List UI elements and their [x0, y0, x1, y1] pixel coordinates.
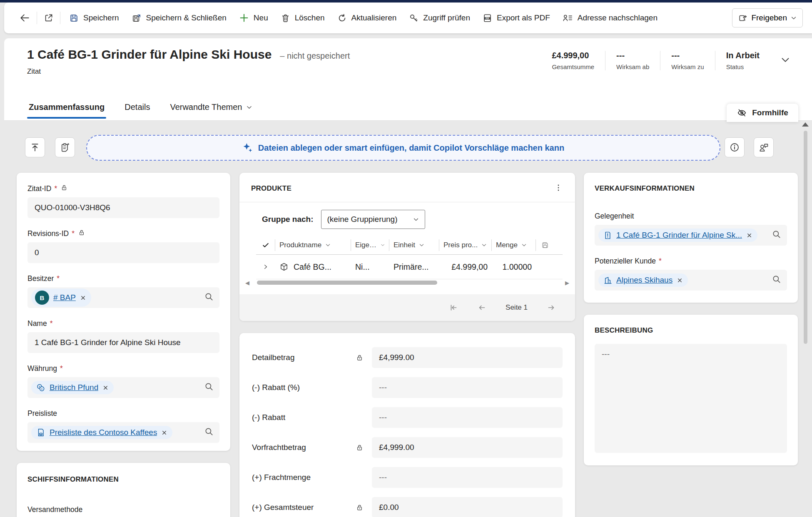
- scroll-right-arrow-icon[interactable]: ▶: [565, 280, 569, 286]
- scroll-up-arrow-icon[interactable]: [802, 122, 809, 127]
- gesamtsteuer-input[interactable]: £0.00: [372, 497, 563, 517]
- check-access-button[interactable]: Zugriff prüfen: [403, 8, 476, 28]
- column-header-einheit[interactable]: Einheit: [389, 239, 439, 251]
- remove-kunde-icon[interactable]: [677, 277, 683, 283]
- pricelist-doc-icon: [36, 428, 45, 437]
- export-pdf-label: Export als PDF: [497, 13, 550, 22]
- stat-effective-from-value: ---: [616, 51, 649, 60]
- stat-effective-from-label: Wirksam ab: [616, 63, 649, 70]
- search-icon[interactable]: [204, 427, 214, 438]
- zitat-id-input[interactable]: QUO-01000-V3H8Q6: [27, 197, 219, 218]
- waehrung-lookup[interactable]: $£ Britisch Pfund: [27, 377, 219, 398]
- preisliste-lookup[interactable]: Preisliste des Contoso Kaffees: [27, 422, 219, 443]
- header-expand-chevron-icon[interactable]: [780, 55, 790, 67]
- refresh-icon: [337, 13, 347, 23]
- scrollbar-thumb[interactable]: [804, 131, 807, 344]
- page-scrollbar[interactable]: [802, 122, 809, 517]
- stat-total-value: £4.999,00: [552, 51, 594, 60]
- stat-effective-from: --- Wirksam ab: [605, 51, 660, 70]
- feedback-button[interactable]: [754, 137, 774, 157]
- stat-total: £4.999,00 Gesamtsumme: [541, 51, 605, 70]
- more-commands-icon[interactable]: [554, 184, 563, 194]
- detailbetrag-value: £4,999.00: [379, 353, 414, 362]
- stat-total-label: Gesamtsumme: [552, 63, 594, 70]
- toolbar-divider: [37, 12, 37, 24]
- besitzer-lookup[interactable]: B # BAP: [27, 287, 219, 308]
- back-button[interactable]: [15, 8, 34, 28]
- column-header-eigenschaften[interactable]: Eigens...: [351, 239, 389, 251]
- info-button[interactable]: [725, 137, 745, 157]
- check-access-label: Zugriff prüfen: [423, 13, 470, 22]
- column-label: Eigens...: [355, 241, 377, 249]
- field-besitzer: Besitzer * B # BAP: [27, 274, 219, 308]
- tab-details[interactable]: Details: [123, 102, 152, 120]
- remove-waehrung-icon[interactable]: [102, 385, 109, 391]
- copilot-dropzone[interactable]: Dateien ablegen oder smart einfügen, dam…: [86, 135, 720, 161]
- save-and-close-button[interactable]: Speichern & Schließen: [125, 8, 233, 28]
- tab-zusammenfassung[interactable]: Zusammenfassung: [27, 102, 106, 120]
- waehrung-link[interactable]: Britisch Pfund: [50, 383, 98, 392]
- frachtmenge-input[interactable]: ---: [372, 467, 563, 488]
- cell-text: Ni...: [355, 262, 370, 272]
- tab-verwandte-themen[interactable]: Verwandte Themen: [168, 102, 254, 120]
- next-page-icon[interactable]: [547, 303, 556, 312]
- select-all-checkmark-icon[interactable]: [256, 239, 275, 251]
- detailbetrag-input[interactable]: £4,999.00: [372, 347, 563, 368]
- smart-paste-button[interactable]: [55, 137, 75, 157]
- description-textarea[interactable]: ---: [595, 344, 787, 453]
- rabatt-prozent-label: (-) Rabatt (%): [252, 383, 356, 392]
- scroll-left-arrow-icon[interactable]: ◀: [245, 280, 249, 286]
- product-table-row[interactable]: Café BG... Ni... Primäre... £4.999,00 1.…: [256, 255, 563, 279]
- preisliste-link[interactable]: Preisliste des Contoso Kaffees: [50, 428, 157, 437]
- gelegenheit-link[interactable]: 1 Café BG-1 Grinder für Alpine Sk...: [616, 231, 742, 240]
- group-by-select[interactable]: (keine Gruppierung): [321, 210, 425, 229]
- column-header-preis-pro[interactable]: Preis pro...: [439, 239, 492, 251]
- potenzieller-kunde-lookup[interactable]: Alpines Skihaus: [595, 270, 787, 291]
- search-icon[interactable]: [204, 382, 214, 393]
- row-expand-chevron-icon[interactable]: [256, 263, 275, 270]
- save-button[interactable]: Speichern: [63, 8, 125, 28]
- remove-preisliste-icon[interactable]: [161, 430, 167, 436]
- kunde-link[interactable]: Alpines Skihaus: [616, 276, 673, 285]
- address-book-icon: [563, 13, 573, 23]
- gelegenheit-lookup[interactable]: 1 Café BG-1 Grinder für Alpine Sk...: [595, 225, 787, 246]
- form-help-button[interactable]: Formhilfe: [727, 104, 798, 122]
- rabatt-prozent-input[interactable]: ---: [372, 377, 563, 398]
- refresh-button[interactable]: Aktualisieren: [331, 8, 403, 28]
- search-icon[interactable]: [772, 230, 781, 241]
- open-in-new-window-button[interactable]: [40, 8, 57, 28]
- search-icon[interactable]: [204, 292, 214, 303]
- name-label: Name: [27, 319, 47, 328]
- shipping-section-title: SCHIFFSINFORMATIONEN: [27, 475, 219, 484]
- product-name-cell[interactable]: Café BG...: [294, 262, 331, 272]
- name-input[interactable]: 1 Café BG-1 Grinder for Alpine Ski House: [27, 332, 219, 353]
- export-pdf-button[interactable]: PDF Export als PDF: [476, 8, 556, 28]
- products-card: PRODUKTE Gruppe nach: (keine Gruppierung…: [239, 173, 575, 321]
- delete-button[interactable]: Löschen: [274, 8, 331, 28]
- entity-type-label: Zitat: [27, 67, 350, 76]
- remove-gelegenheit-icon[interactable]: [746, 232, 752, 239]
- grid-save-icon[interactable]: [536, 239, 554, 251]
- remove-besitzer-icon[interactable]: [80, 295, 86, 301]
- smart-paste-icon: [60, 142, 70, 152]
- vorfrachtbetrag-input[interactable]: £4,999.00: [372, 437, 563, 458]
- upload-button[interactable]: [25, 137, 45, 157]
- besitzer-link[interactable]: # BAP: [53, 293, 76, 302]
- products-horizontal-scrollbar: ◀ ▶: [245, 279, 569, 286]
- hscroll-thumb[interactable]: [257, 281, 437, 285]
- revisions-id-input[interactable]: 0: [27, 242, 219, 263]
- column-header-menge[interactable]: Menge: [492, 239, 536, 251]
- new-button[interactable]: Neu: [233, 8, 274, 28]
- field-potenzieller-kunde: Potenzieller Kunde * Alpines Skihaus: [595, 257, 787, 291]
- lookup-address-button[interactable]: Adresse nachschlagen: [556, 8, 664, 28]
- rabatt-input[interactable]: ---: [372, 407, 563, 428]
- person-feedback-icon: [758, 142, 769, 152]
- share-icon: [738, 13, 747, 22]
- previous-page-icon[interactable]: [477, 303, 486, 312]
- column-header-produktname[interactable]: Produktname: [275, 239, 351, 251]
- share-button[interactable]: Freigeben: [732, 8, 803, 27]
- first-page-icon[interactable]: [449, 303, 458, 312]
- product-price-cell: £4.999,00: [439, 262, 492, 272]
- hscroll-track[interactable]: [252, 280, 563, 285]
- search-icon[interactable]: [772, 275, 781, 286]
